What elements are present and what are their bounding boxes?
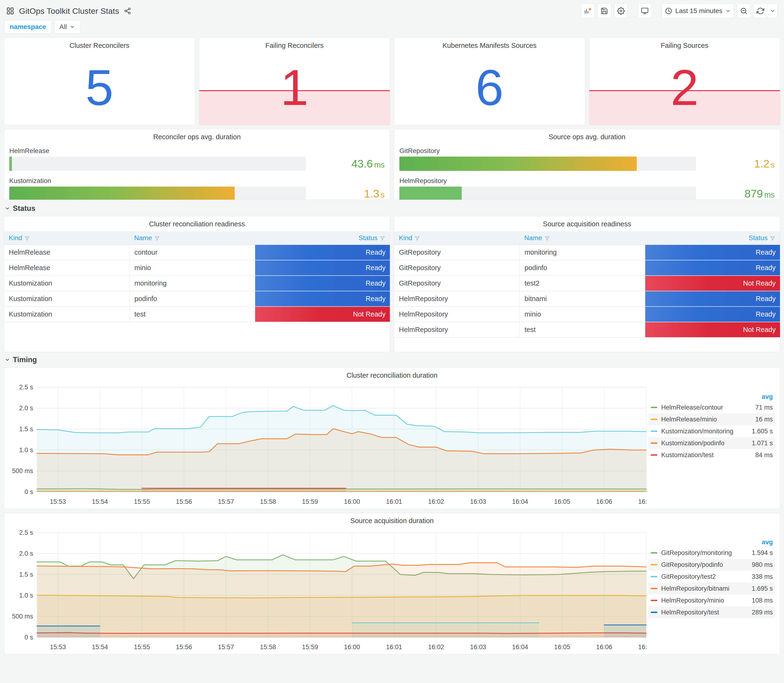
legend-series-name[interactable]: GitRepository/monitoring <box>661 549 737 556</box>
gauge-panel-title[interactable]: Source ops avg. duration <box>399 129 775 141</box>
filter-icon[interactable] <box>154 236 160 241</box>
svg-text:15:54: 15:54 <box>92 643 108 651</box>
cell-name: podinfo <box>130 291 255 306</box>
table-panel-title[interactable]: Cluster reconciliation readiness <box>4 216 390 228</box>
chart-panel-source-acquisition: Source acquisition duration 0 s500 ms1.0… <box>4 513 780 654</box>
svg-text:15:54: 15:54 <box>92 498 108 505</box>
clock-icon <box>665 7 672 15</box>
gauge-track <box>399 187 696 200</box>
legend-series-name[interactable]: Kustomization/test <box>661 451 737 459</box>
svg-text:16:03: 16:03 <box>470 498 486 505</box>
table-row: GitRepository podinfo Ready <box>394 260 780 276</box>
legend-avg-header[interactable]: avg <box>648 392 775 401</box>
table-row: Kustomization monitoring Ready <box>4 276 390 291</box>
variable-value-dropdown[interactable]: All <box>54 20 80 34</box>
cell-kind: Kustomization <box>4 306 130 322</box>
filter-icon[interactable] <box>415 236 420 241</box>
filter-icon[interactable] <box>380 236 385 241</box>
legend-item: GitRepository/podinfo 980 ms <box>648 559 775 571</box>
bar-gauge-panel: Source ops avg. duration GitRepository 1… <box>394 129 780 200</box>
chart-plot-area[interactable]: 0 s500 ms1.0 s1.5 s2.0 s2.5 s15:5315:541… <box>6 529 648 653</box>
dashboard-settings-button[interactable] <box>614 3 628 18</box>
table-panel-title[interactable]: Source acquisition readiness <box>394 216 780 228</box>
legend-series-name[interactable]: HelmRepository/test <box>661 609 737 616</box>
refresh-interval-dropdown[interactable] <box>767 3 778 18</box>
gauge-fill <box>399 187 462 200</box>
section-header-timing[interactable]: Timing <box>5 354 780 365</box>
column-header-name[interactable]: Name <box>130 231 255 245</box>
legend-series-name[interactable]: GitRepository/test2 <box>661 573 737 580</box>
column-header-kind[interactable]: Kind <box>394 231 519 245</box>
svg-text:16:07: 16:07 <box>638 643 648 651</box>
cell-kind: Kustomization <box>4 276 130 291</box>
legend-avg-value: 1.071 s <box>737 439 773 447</box>
save-dashboard-button[interactable] <box>597 3 611 18</box>
legend-item: Kustomization/test 84 ms <box>648 449 775 461</box>
time-range-picker[interactable]: Last 15 minutes <box>662 3 734 18</box>
legend-series-name[interactable]: GitRepository/podinfo <box>661 561 737 569</box>
dashboard-header: GitOps Toolkit Cluster Stats Last 15 <box>4 3 780 19</box>
gauge-fill <box>9 187 235 200</box>
filter-icon[interactable] <box>545 236 550 241</box>
share-icon[interactable] <box>124 7 131 14</box>
stat-panel-title[interactable]: Cluster Reconcilers <box>4 38 195 50</box>
gauge-value: 1.2s <box>696 157 775 170</box>
svg-text:16:00: 16:00 <box>344 498 360 505</box>
column-header-name[interactable]: Name <box>519 231 645 245</box>
svg-text:15:56: 15:56 <box>176 498 192 505</box>
cell-name: bitnami <box>519 291 645 306</box>
svg-text:16:02: 16:02 <box>428 498 444 505</box>
column-header-status[interactable]: Status <box>645 231 780 245</box>
stat-panel-title[interactable]: Failing Sources <box>589 38 780 50</box>
status-tables-row: Cluster reconciliation readiness Kind Na… <box>4 216 780 352</box>
status-badge: Ready <box>255 260 390 275</box>
stat-panel: Failing Sources 2 <box>589 38 781 125</box>
cell-status: Not Ready <box>255 306 390 322</box>
cell-status: Ready <box>255 260 390 276</box>
legend-series-name[interactable]: HelmRelease/contour <box>661 404 737 411</box>
timeseries-plot[interactable]: 0 s500 ms1.0 s1.5 s2.0 s2.5 s15:5315:541… <box>6 529 648 653</box>
legend-series-name[interactable]: Kustomization/podinfo <box>661 439 737 447</box>
section-header-status[interactable]: Status <box>5 203 780 214</box>
refresh-button[interactable] <box>754 3 767 18</box>
legend-item: GitRepository/test2 338 ms <box>648 571 775 583</box>
legend-item: HelmRepository/minio 108 ms <box>648 595 775 606</box>
gauge-label: GitRepository <box>399 147 775 155</box>
cycle-view-mode-button[interactable] <box>638 3 652 18</box>
gauge-track <box>399 157 696 171</box>
section-title: Timing <box>13 356 37 364</box>
legend-series-name[interactable]: HelmRelease/minio <box>661 416 737 423</box>
table-row: HelmRelease contour Ready <box>4 245 390 260</box>
cell-status: Ready <box>255 245 390 260</box>
legend-series-name[interactable]: Kustomization/monitoring <box>661 428 737 435</box>
svg-text:15:59: 15:59 <box>302 498 318 505</box>
legend-series-name[interactable]: HelmRepository/bitnami <box>661 585 737 592</box>
column-header-kind[interactable]: Kind <box>4 231 130 245</box>
variable-label-namespace[interactable]: namespace <box>4 20 52 34</box>
legend-avg-value: 289 ms <box>737 609 773 616</box>
stat-panel-title[interactable]: Kubernetes Manifests Sources <box>394 38 585 50</box>
gauge-panel-title[interactable]: Reconciler ops avg. duration <box>9 129 385 141</box>
timeseries-plot[interactable]: 0 s500 ms1.0 s1.5 s2.0 s2.5 s15:5315:541… <box>6 384 648 507</box>
gauge-row: GitRepository 1.2s <box>399 147 775 171</box>
cell-name: contour <box>130 245 255 260</box>
chart-title[interactable]: Cluster reconciliation duration <box>6 368 778 379</box>
table-row: Kustomization podinfo Ready <box>4 291 390 306</box>
cell-name: test2 <box>519 276 645 291</box>
apps-grid-icon[interactable] <box>6 7 14 15</box>
gauge-value: 1.3s <box>306 187 385 200</box>
chart-plot-area[interactable]: 0 s500 ms1.0 s1.5 s2.0 s2.5 s15:5315:541… <box>6 384 648 507</box>
svg-text:1.0 s: 1.0 s <box>19 446 33 454</box>
filter-icon[interactable] <box>24 236 30 241</box>
svg-text:1.5 s: 1.5 s <box>19 571 33 578</box>
legend-avg-header[interactable]: avg <box>648 537 775 547</box>
column-header-status[interactable]: Status <box>255 231 390 245</box>
legend-series-name[interactable]: HelmRepository/minio <box>661 597 737 604</box>
chart-title[interactable]: Source acquisition duration <box>6 513 778 525</box>
filter-icon[interactable] <box>770 236 775 241</box>
stat-panel-title[interactable]: Failing Reconcilers <box>199 38 390 50</box>
readiness-table: Kind Name Status HelmRelease contour Rea… <box>4 231 390 322</box>
status-badge: Ready <box>255 245 390 260</box>
add-panel-button[interactable] <box>581 3 595 18</box>
zoom-out-button[interactable] <box>737 3 751 18</box>
